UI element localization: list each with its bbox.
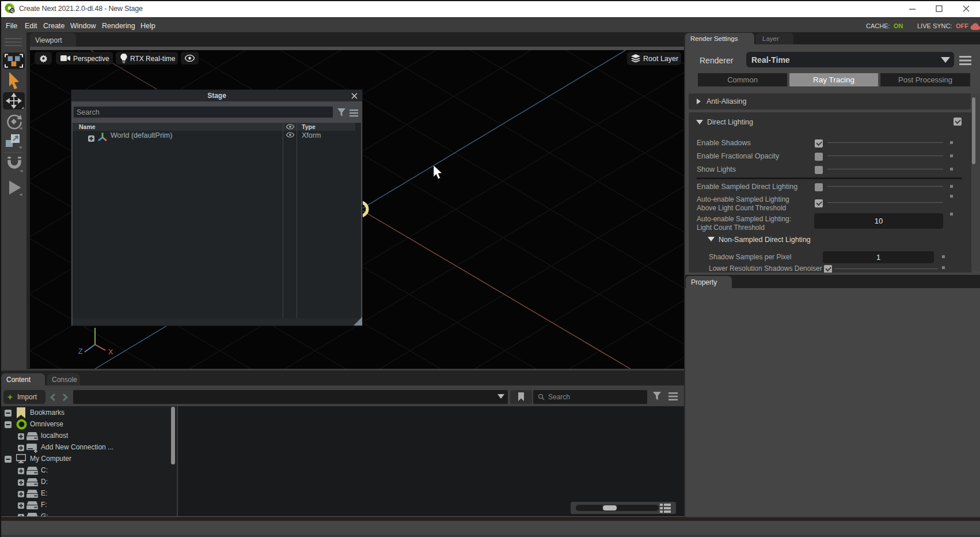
svg-text:Z: Z	[78, 347, 83, 356]
svg-text:X: X	[108, 348, 113, 356]
